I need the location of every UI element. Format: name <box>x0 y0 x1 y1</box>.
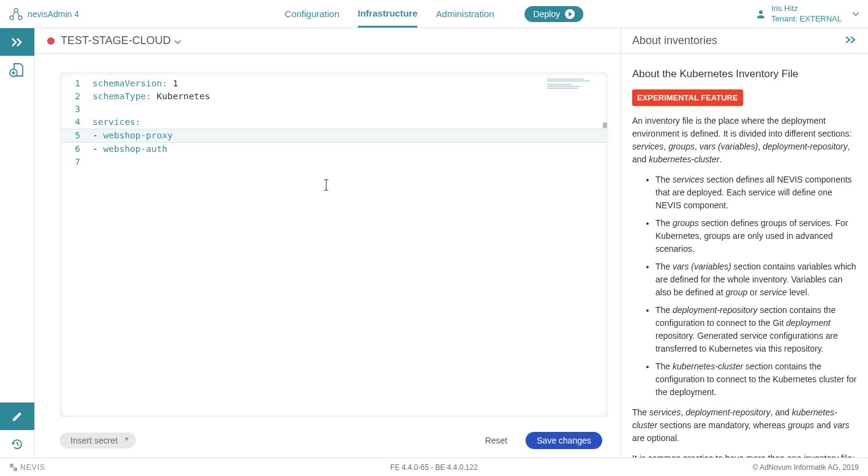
line-number: 4 <box>59 116 92 129</box>
insert-secret-dropdown[interactable]: Insert secret <box>59 433 136 448</box>
footer-copyright: © AdNovum Informatik AG, 2019 <box>752 463 859 472</box>
help-li-kube: The kubernetes-cluster section contains … <box>655 360 857 399</box>
code-editor[interactable]: 1schemaVersion: 12schemaType: Kubernetes… <box>59 72 608 417</box>
inventory-bar: TEST-STAGE-CLOUD <box>35 28 621 54</box>
user-menu[interactable]: Iris Hitz Tenant: EXTERNAL <box>757 4 859 25</box>
line-content[interactable]: services: <box>92 116 608 129</box>
reset-button[interactable]: Reset <box>485 436 508 445</box>
line-content[interactable] <box>92 103 608 116</box>
help-li-deprepo: The deployment-repository section contai… <box>655 304 857 355</box>
help-li-services: The services section defines all NEVIS c… <box>655 173 857 212</box>
play-icon <box>565 9 575 19</box>
line-number: 2 <box>59 90 92 103</box>
line-content[interactable]: schemaType: Kubernetes <box>92 90 608 103</box>
help-li-vars: The vars (variables) section contains va… <box>655 260 857 299</box>
panel-expand-icon[interactable] <box>845 36 857 46</box>
code-line[interactable]: 7 <box>59 156 608 168</box>
help-practice: It is common practice to have more than … <box>632 452 857 458</box>
svg-point-1 <box>10 16 13 20</box>
chevron-down-icon[interactable] <box>175 36 181 46</box>
line-content[interactable]: - webshop-auth <box>92 143 608 156</box>
svg-line-4 <box>17 12 20 16</box>
line-content[interactable]: schemaVersion: 1 <box>92 77 608 90</box>
code-line[interactable]: 2schemaType: Kubernetes <box>59 90 608 103</box>
line-content[interactable] <box>92 156 608 168</box>
user-text: Iris Hitz Tenant: EXTERNAL <box>771 4 842 25</box>
code-line[interactable]: 3 <box>59 103 608 116</box>
save-button[interactable]: Save changes <box>526 432 602 449</box>
status-dot-icon <box>47 37 55 45</box>
code-line[interactable]: 6- webshop-auth <box>59 143 608 156</box>
main-nav: Configuration Infrastructure Administrat… <box>285 1 583 28</box>
help-li-groups: The groups section defines groups of ser… <box>655 217 857 255</box>
logo-icon <box>9 8 23 20</box>
chevron-down-icon <box>853 9 859 19</box>
help-body: About the Kubernetes Inventory File EXPE… <box>621 54 868 458</box>
line-number: 5 <box>59 129 92 142</box>
left-sidebar <box>0 28 35 458</box>
deploy-label: Deploy <box>534 9 560 19</box>
top-header: nevisAdmin 4 Configuration Infrastructur… <box>0 0 868 28</box>
line-number: 3 <box>59 103 92 116</box>
code-line[interactable]: 1schemaVersion: 1 <box>59 77 608 90</box>
app-logo[interactable]: nevisAdmin 4 <box>9 8 79 20</box>
code-line[interactable]: 5- webshop-proxy <box>59 129 608 143</box>
nav-infrastructure[interactable]: Infrastructure <box>358 1 418 28</box>
tenant-line: Tenant: EXTERNAL <box>771 14 842 25</box>
help-panel: About inventories About the Kubernetes I… <box>621 28 868 458</box>
sidebar-history-button[interactable] <box>0 430 34 458</box>
sidebar-expand-button[interactable] <box>0 28 34 56</box>
user-name: Iris Hitz <box>771 4 842 14</box>
help-panel-title: About inventories <box>632 34 717 47</box>
minimap[interactable] <box>547 78 602 103</box>
text-cursor-icon <box>326 179 326 191</box>
footer-brand: NEVIS <box>9 463 45 472</box>
svg-rect-11 <box>10 464 13 467</box>
svg-line-3 <box>13 12 15 16</box>
svg-point-5 <box>759 10 763 14</box>
sidebar-add-file-button[interactable] <box>0 56 34 83</box>
app-name: nevisAdmin 4 <box>28 9 79 19</box>
editor-toolbar: Insert secret Reset Save changes <box>35 423 621 458</box>
experimental-badge: EXPERIMENTAL FEATURE <box>632 89 743 107</box>
sidebar-edit-button[interactable] <box>0 402 34 430</box>
scroll-indicator[interactable] <box>603 123 607 128</box>
nav-administration[interactable]: Administration <box>436 1 494 26</box>
footer-version: FE 4.4.0-65 - BE 4.4.0.122 <box>390 463 478 472</box>
line-number: 6 <box>59 143 92 156</box>
deploy-button[interactable]: Deploy <box>525 6 584 22</box>
help-intro: An inventory file is the place where the… <box>632 115 857 166</box>
help-mandatory: The services, deployment-repository, and… <box>632 406 857 445</box>
footer: NEVIS FE 4.4.0-65 - BE 4.4.0.122 © AdNov… <box>0 458 868 476</box>
help-heading: About the Kubernetes Inventory File <box>632 66 857 82</box>
inventory-name[interactable]: TEST-STAGE-CLOUD <box>61 34 171 47</box>
svg-line-10 <box>17 444 19 445</box>
line-content[interactable]: - webshop-proxy <box>92 129 608 142</box>
svg-rect-12 <box>13 467 17 471</box>
nav-configuration[interactable]: Configuration <box>285 1 339 26</box>
user-icon <box>757 10 765 18</box>
line-number: 7 <box>59 156 92 168</box>
line-number: 1 <box>59 77 92 90</box>
svg-point-2 <box>18 16 22 20</box>
code-line[interactable]: 4services: <box>59 116 608 129</box>
